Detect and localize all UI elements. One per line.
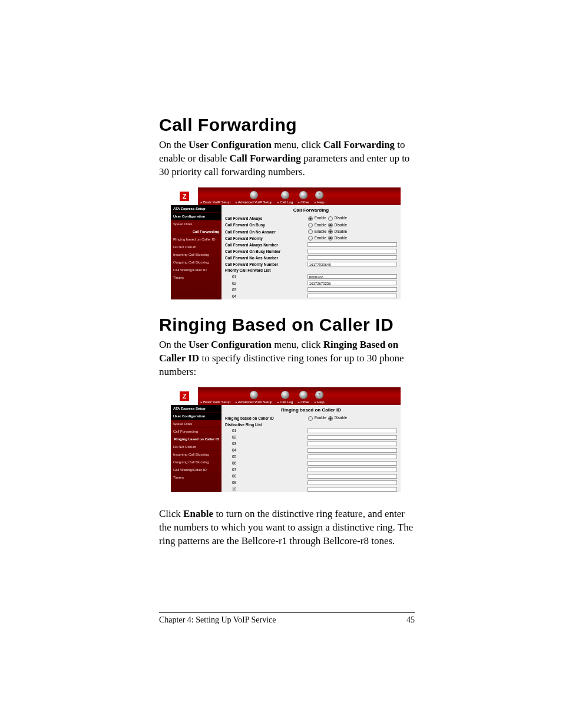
sidebar-item-outgoing-block[interactable]: Outgoing Call Blocking bbox=[171, 259, 222, 266]
input-ring-07[interactable] bbox=[308, 467, 397, 472]
input-cfna-number[interactable] bbox=[308, 255, 397, 260]
sidebar-item-timers[interactable]: Timers bbox=[171, 274, 222, 282]
text-bold: User Configuration bbox=[189, 139, 272, 150]
list-index: 05 bbox=[222, 453, 304, 460]
input-ring-08[interactable] bbox=[308, 474, 397, 479]
input-priority-01[interactable]: 8000122 bbox=[308, 274, 397, 279]
radio-disable[interactable] bbox=[328, 229, 333, 234]
radio-enable[interactable] bbox=[308, 416, 313, 421]
top-nav: Z » Basic VoIP Setup » Advanced VoIP Set… bbox=[171, 187, 401, 205]
row-label: Ringing based on Caller ID bbox=[222, 415, 304, 421]
input-cfa-number[interactable] bbox=[308, 242, 397, 247]
sidebar-item-timers[interactable]: Timers bbox=[171, 474, 222, 482]
list-index: 01 bbox=[222, 274, 304, 280]
sidebar-header-user[interactable]: User Configuration bbox=[171, 213, 222, 220]
footer-page-number: 45 bbox=[406, 615, 415, 625]
panel-title: Call Forwarding bbox=[222, 205, 401, 215]
text-bold: Call Forwarding bbox=[229, 153, 300, 164]
sidebar-item-call-waiting[interactable]: Call Waiting/Caller ID bbox=[171, 466, 222, 474]
sidebar-item-incoming-block[interactable]: Incoming Call Blocking bbox=[171, 251, 222, 259]
toggle-ringing[interactable]: Enable Disable bbox=[304, 415, 401, 421]
input-ring-05[interactable] bbox=[308, 454, 397, 459]
logo: Z bbox=[171, 187, 198, 205]
panel-title: Ringing based on Caller ID bbox=[222, 405, 401, 415]
sidebar-item-ringing[interactable]: Ringing based on Caller ID bbox=[171, 436, 222, 443]
input-priority-03[interactable] bbox=[308, 287, 397, 292]
list-index: 04 bbox=[222, 447, 304, 453]
input-ring-06[interactable] bbox=[308, 461, 397, 466]
sidebar-item-outgoing-block[interactable]: Outgoing Call Blocking bbox=[171, 459, 222, 466]
help-icon: ? bbox=[315, 391, 323, 399]
sidebar-header-ata[interactable]: ATA Express Setup bbox=[171, 205, 222, 213]
list-index: 03 bbox=[222, 440, 304, 447]
radio-enable[interactable] bbox=[308, 229, 313, 234]
sidebar-item-speed-dials[interactable]: Speed Dials bbox=[171, 420, 222, 428]
toggle-cfna[interactable]: Enable Disable bbox=[304, 228, 401, 235]
row-label: Call Forward On No Answer bbox=[222, 228, 304, 235]
input-cfb-number[interactable] bbox=[308, 249, 397, 253]
input-cfp-number[interactable]: 16177030648 bbox=[308, 262, 397, 266]
log-icon bbox=[281, 191, 289, 199]
gear-icon bbox=[299, 391, 308, 399]
input-ring-10[interactable] bbox=[308, 487, 397, 492]
text: On the bbox=[159, 139, 189, 150]
radio-enable[interactable] bbox=[308, 223, 313, 228]
sidebar-item-ringing[interactable]: Ringing based on Caller ID bbox=[171, 236, 222, 243]
sidebar-item-call-waiting[interactable]: Call Waiting/Caller ID bbox=[171, 266, 222, 274]
sidebar-item-dnd[interactable]: Do Not Disturb bbox=[171, 443, 222, 451]
row-label: Call Forward No Ans Number bbox=[222, 255, 304, 261]
para-enable: Click Enable to turn on the distinctive … bbox=[159, 508, 415, 548]
para-call-forwarding: On the User Configuration menu, click Ca… bbox=[159, 139, 415, 179]
sidebar: ATA Express Setup User Configuration Spe… bbox=[171, 205, 222, 299]
screenshot-call-forwarding: Z » Basic VoIP Setup » Advanced VoIP Set… bbox=[159, 187, 415, 299]
nav-advanced[interactable]: » Advanced VoIP Setup bbox=[233, 191, 275, 205]
sidebar-item-incoming-block[interactable]: Incoming Call Blocking bbox=[171, 451, 222, 459]
nav-other[interactable]: » Other bbox=[295, 391, 312, 405]
list-index: 10 bbox=[222, 486, 304, 492]
sidebar-item-dnd[interactable]: Do Not Disturb bbox=[171, 243, 222, 251]
input-ring-03[interactable] bbox=[308, 442, 397, 446]
nav-basic[interactable]: » Basic VoIP Setup bbox=[198, 200, 233, 205]
radio-enable[interactable] bbox=[308, 216, 313, 221]
radio-disable[interactable] bbox=[328, 236, 333, 241]
input-priority-04[interactable] bbox=[308, 294, 397, 298]
input-ring-01[interactable] bbox=[308, 429, 397, 433]
input-ring-02[interactable] bbox=[308, 435, 397, 440]
sidebar-item-call-forwarding[interactable]: Call Forwarding bbox=[171, 428, 222, 436]
help-icon: ? bbox=[315, 191, 323, 199]
nav-call-log[interactable]: » Call Log bbox=[275, 191, 295, 205]
nav-help[interactable]: ?» Help bbox=[312, 191, 326, 205]
input-ring-04[interactable] bbox=[308, 448, 397, 453]
list-header: Priority Call Forward List bbox=[222, 268, 304, 274]
sidebar-header-ata[interactable]: ATA Express Setup bbox=[171, 405, 222, 413]
nav-help[interactable]: ?» Help bbox=[312, 391, 326, 405]
nav-advanced[interactable]: » Advanced VoIP Setup bbox=[233, 391, 275, 405]
nav-basic[interactable]: » Basic VoIP Setup bbox=[198, 400, 233, 405]
radio-disable[interactable] bbox=[328, 416, 333, 421]
toggle-cfp[interactable]: Enable Disable bbox=[304, 235, 401, 242]
text-bold: Call Forwarding bbox=[323, 139, 395, 150]
list-index: 08 bbox=[222, 473, 304, 479]
nav-call-log[interactable]: » Call Log bbox=[275, 391, 295, 405]
radio-disable[interactable] bbox=[328, 223, 333, 228]
radio-disable[interactable] bbox=[328, 216, 333, 221]
sidebar: ATA Express Setup User Configuration Spe… bbox=[171, 405, 222, 492]
text: Click bbox=[159, 508, 183, 519]
top-nav: Z » Basic VoIP Setup » Advanced VoIP Set… bbox=[171, 387, 401, 405]
list-index: 04 bbox=[222, 293, 304, 299]
sidebar-header-user[interactable]: User Configuration bbox=[171, 413, 222, 420]
radio-enable[interactable] bbox=[308, 236, 313, 241]
footer-chapter: Chapter 4: Setting Up VoIP Service bbox=[159, 615, 276, 625]
input-ring-09[interactable] bbox=[308, 480, 397, 485]
heading-ringing: Ringing Based on Caller ID bbox=[159, 315, 415, 335]
nav-other[interactable]: » Other bbox=[295, 191, 312, 205]
wrench-icon bbox=[250, 391, 258, 399]
sidebar-item-speed-dials[interactable]: Speed Dials bbox=[171, 220, 222, 228]
input-priority-02[interactable]: 16172670236 bbox=[308, 281, 397, 285]
logo: Z bbox=[171, 387, 198, 405]
sidebar-item-call-forwarding[interactable]: Call Forwarding bbox=[171, 228, 222, 236]
row-label: Call Forward Priority Number bbox=[222, 261, 304, 268]
text: On the bbox=[159, 339, 189, 350]
toggle-cfa[interactable]: Enable Disable bbox=[304, 215, 401, 222]
toggle-cfb[interactable]: Enable Disable bbox=[304, 222, 401, 228]
